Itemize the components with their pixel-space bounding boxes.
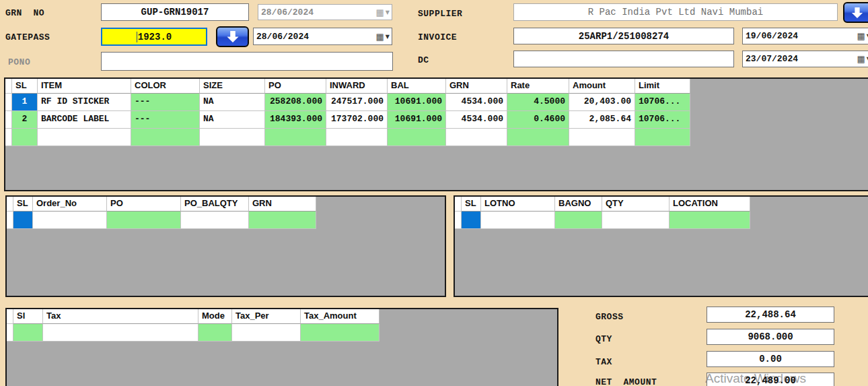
cell-mode-row1[interactable] bbox=[198, 324, 232, 342]
cell-po-row1[interactable] bbox=[107, 212, 181, 229]
cell-limit-row1[interactable]: 10706... bbox=[635, 94, 690, 111]
cell-po_balqty-row1[interactable] bbox=[181, 212, 249, 229]
cell-limit-row2[interactable]: 10706... bbox=[635, 111, 690, 129]
cell-bal-row3[interactable] bbox=[388, 129, 446, 146]
grn-no-field[interactable]: GUP-GRN19017 bbox=[101, 3, 249, 21]
gatepass-field[interactable]: 1923.0 bbox=[101, 28, 207, 46]
calendar-icon[interactable]: ▦ bbox=[857, 32, 865, 40]
col-header-lotno: LOTNO bbox=[481, 197, 555, 212]
cell-amount-row2[interactable]: 2,085.64 bbox=[569, 111, 635, 129]
col-header-po: PO bbox=[265, 79, 326, 94]
dc-date-field[interactable]: 23/07/2024 ▦ ▼ bbox=[742, 51, 868, 67]
qty-value: 9068.000 bbox=[748, 331, 793, 342]
cell-item-row2[interactable]: BARCODE LABEL bbox=[38, 111, 131, 129]
cell-sl-row1[interactable]: 1 bbox=[12, 94, 38, 111]
cell-location-row1[interactable] bbox=[670, 212, 750, 229]
col-header-po_balqty: PO_BALQTY bbox=[181, 197, 249, 212]
cell-color-row3[interactable] bbox=[131, 129, 200, 146]
cell-amount-row3[interactable] bbox=[569, 129, 635, 146]
row-selector[interactable] bbox=[5, 111, 12, 129]
cell-size-row2[interactable]: NA bbox=[200, 111, 265, 129]
cell-tax_per-row1[interactable] bbox=[232, 324, 301, 342]
dc-field[interactable] bbox=[513, 51, 734, 67]
cell-po-row2[interactable]: 184393.000 bbox=[265, 111, 326, 129]
tax-grid[interactable]: SlTaxModeTax_PerTax_Amount bbox=[7, 309, 557, 342]
cell-grn-row1[interactable]: 4534.000 bbox=[446, 94, 507, 111]
cell-inward-row3[interactable] bbox=[326, 129, 388, 146]
col-header-tax: Tax bbox=[43, 309, 198, 324]
tax-field[interactable]: 0.00 bbox=[707, 351, 834, 367]
cell-item-row3[interactable] bbox=[38, 129, 131, 146]
pono-field[interactable] bbox=[101, 52, 393, 71]
cell-rate-row1[interactable]: 4.5000 bbox=[507, 94, 569, 111]
invoice-date-field[interactable]: 19/06/2024 ▦ ▼ bbox=[742, 28, 868, 44]
row-selector[interactable] bbox=[7, 212, 13, 229]
order-grid[interactable]: SLOrder_NoPOPO_BALQTYGRN bbox=[7, 197, 445, 229]
calendar-icon[interactable]: ▦ bbox=[857, 55, 865, 63]
col-header-inward: INWARD bbox=[326, 79, 388, 94]
col-header-limit: Limit bbox=[635, 79, 690, 94]
cell-sl-row1[interactable] bbox=[13, 324, 43, 342]
row-selector-header bbox=[7, 309, 13, 324]
cell-qty-row1[interactable] bbox=[602, 212, 670, 229]
row-selector[interactable] bbox=[7, 324, 13, 342]
row-selector-header bbox=[7, 197, 13, 212]
invoice-date-value: 19/06/2024 bbox=[743, 31, 857, 41]
cell-tax_amount-row1[interactable] bbox=[301, 324, 379, 342]
cell-size-row3[interactable] bbox=[200, 129, 265, 146]
cell-po-row3[interactable] bbox=[265, 129, 326, 146]
cell-lotno-row1[interactable] bbox=[481, 212, 555, 229]
col-header-item: ITEM bbox=[38, 79, 131, 94]
cell-sl-row1[interactable] bbox=[13, 212, 33, 229]
dropdown-arrow-icon[interactable]: ▼ bbox=[386, 34, 390, 40]
col-header-mode: Mode bbox=[198, 309, 232, 324]
row-selector[interactable] bbox=[455, 212, 462, 229]
gross-value: 22,488.64 bbox=[745, 309, 796, 320]
cell-limit-row3[interactable] bbox=[635, 129, 690, 146]
gatepass-label: GATEPASS bbox=[5, 32, 50, 42]
dropdown-arrow-icon[interactable]: ▼ bbox=[386, 9, 390, 15]
cell-color-row1[interactable]: --- bbox=[131, 94, 200, 111]
invoice-field[interactable]: 25ARP1/251008274 bbox=[513, 28, 734, 44]
qty-field[interactable]: 9068.000 bbox=[707, 329, 834, 345]
cell-sl-row1[interactable] bbox=[462, 212, 481, 229]
cell-rate-row3[interactable] bbox=[507, 129, 569, 146]
cell-color-row2[interactable]: --- bbox=[131, 111, 200, 129]
supplier-field[interactable]: R Pac India Pvt Ltd Navi Mumbai bbox=[513, 3, 838, 21]
cell-grn-row2[interactable]: 4534.000 bbox=[446, 111, 507, 129]
cell-grn-row3[interactable] bbox=[446, 129, 507, 146]
row-selector[interactable] bbox=[5, 129, 12, 146]
col-header-qty: QTY bbox=[602, 197, 670, 212]
cell-sl-row3[interactable] bbox=[12, 129, 38, 146]
cell-amount-row1[interactable]: 20,403.00 bbox=[569, 94, 635, 111]
gatepass-lookup-button[interactable] bbox=[216, 26, 249, 47]
down-arrow-icon bbox=[850, 7, 865, 19]
calendar-icon[interactable]: ▦ bbox=[376, 32, 384, 41]
row-selector[interactable] bbox=[5, 94, 12, 111]
lot-grid[interactable]: SLLOTNOBAGNOQTYLOCATION bbox=[455, 197, 868, 229]
cell-bal-row1[interactable]: 10691.000 bbox=[388, 94, 446, 111]
cell-inward-row2[interactable]: 173702.000 bbox=[326, 111, 388, 129]
supplier-lookup-button[interactable] bbox=[843, 2, 868, 23]
cell-bal-row2[interactable]: 10691.000 bbox=[388, 111, 446, 129]
cell-po-row1[interactable]: 258208.000 bbox=[265, 94, 326, 111]
cell-bagno-row1[interactable] bbox=[555, 212, 602, 229]
cell-size-row1[interactable]: NA bbox=[200, 94, 265, 111]
items-grid[interactable]: SLITEMCOLORSIZEPOINWARDBALGRNRateAmountL… bbox=[5, 79, 868, 146]
calendar-icon[interactable]: ▦ bbox=[376, 8, 384, 17]
items-grid-panel: SLITEMCOLORSIZEPOINWARDBALGRNRateAmountL… bbox=[4, 77, 868, 191]
grn-date-field[interactable]: 28/06/2024 ▦ ▼ bbox=[258, 4, 392, 20]
row-selector-header bbox=[5, 79, 12, 94]
cell-item-row1[interactable]: RF ID STICKER bbox=[38, 94, 131, 111]
cell-grn-row1[interactable] bbox=[249, 212, 316, 229]
cell-rate-row2[interactable]: 0.4600 bbox=[507, 111, 569, 129]
col-header-po: PO bbox=[107, 197, 181, 212]
cell-sl-row2[interactable]: 2 bbox=[12, 111, 38, 129]
cell-tax-row1[interactable] bbox=[43, 324, 198, 342]
gross-label: GROSS bbox=[595, 312, 624, 322]
cell-inward-row1[interactable]: 247517.000 bbox=[326, 94, 388, 111]
gross-field[interactable]: 22,488.64 bbox=[707, 307, 834, 323]
qty-label: QTY bbox=[595, 334, 612, 344]
gatepass-date-field[interactable]: 28/06/2024 ▦ ▼ bbox=[253, 28, 392, 45]
cell-order_no-row1[interactable] bbox=[33, 212, 107, 229]
